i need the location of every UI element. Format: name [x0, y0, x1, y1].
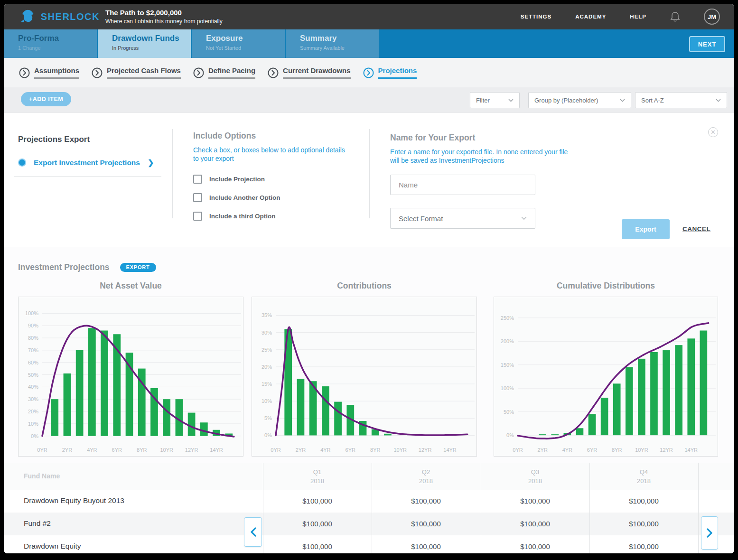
chart-canvas: 0%50%100%150%200%250%0YR2YR4YR6YR8YR10YR… [494, 297, 717, 456]
value-cell: $100,000 [589, 497, 698, 505]
filter-dropdown[interactable]: Filter [470, 92, 520, 108]
fund-name-cell: Fund #2 [24, 519, 51, 528]
value-cell: $100,000 [372, 520, 480, 528]
radio-selected-icon[interactable] [18, 159, 26, 167]
nav-settings[interactable]: SETTINGS [521, 14, 552, 19]
tab-bar-tabs: Pro-Forma1 ChangeDrawdown FundsIn Progre… [4, 29, 379, 58]
svg-text:20%: 20% [28, 409, 38, 414]
divider [698, 463, 699, 553]
cancel-link[interactable]: CANCEL [682, 225, 710, 233]
toolbar: +ADD ITEM Filter Group by (Placeholder) … [4, 87, 734, 113]
breadcrumb: AssumptionsProjected Cash FlowsDefine Pa… [4, 58, 734, 87]
table-scroll-right-button[interactable] [701, 516, 718, 550]
column-header-q2-2018: Q22018 [372, 467, 480, 485]
brand[interactable]: SHERLOCK [19, 8, 100, 26]
group-by-dropdown[interactable]: Group by (Placeholder) [528, 92, 631, 108]
step-projections[interactable]: Projections [363, 66, 417, 79]
chevron-circle-icon [193, 67, 204, 78]
tab-status: 1 Change [18, 45, 97, 51]
tab-exposure[interactable]: ExposureNot Yet Started [192, 29, 285, 58]
chart-title-cumulative-distributions: Cumulative Distributions [494, 281, 718, 291]
value-cell: $100,000 [589, 542, 698, 551]
svg-text:12YR: 12YR [185, 447, 198, 453]
checkbox-include-another-option[interactable]: Include Another Option [193, 192, 350, 203]
chevron-down-icon [508, 99, 514, 102]
chart-canvas: 0%5%10%15%20%25%30%35%0YR2YR4YR6YR8YR10Y… [252, 297, 476, 456]
svg-text:0%: 0% [264, 432, 272, 438]
avatar[interactable]: JM [704, 9, 720, 25]
svg-text:60%: 60% [28, 360, 38, 365]
step-assumptions[interactable]: Assumptions [19, 66, 79, 79]
sort-dropdown[interactable]: Sort A-Z [635, 92, 727, 108]
chevron-down-icon [716, 99, 721, 102]
svg-text:80%: 80% [28, 335, 38, 341]
value-cell: $100,000 [481, 497, 589, 505]
tab-summary[interactable]: SummarySummary Available [286, 29, 379, 58]
svg-text:6YR: 6YR [346, 447, 355, 453]
svg-text:50%: 50% [28, 372, 38, 378]
checkbox-include-a-third-option[interactable]: Include a third Option [193, 210, 350, 222]
svg-text:10YR: 10YR [393, 447, 407, 453]
net-asset-value-chart: 0%10%20%30%40%50%60%70%80%90%100%0YR2YR4… [18, 297, 243, 457]
checkbox-unchecked-icon[interactable] [193, 193, 202, 202]
include-options-checkboxes: Include ProjectionInclude Another Option… [193, 173, 350, 222]
step-label: Projections [378, 66, 417, 79]
chevron-circle-icon [92, 67, 103, 78]
chart-title-contributions: Contributions [252, 281, 477, 291]
export-name-input[interactable] [390, 175, 535, 195]
fund-name-cell: Drawdown Equity [24, 542, 81, 551]
checkbox-label: Include Projection [209, 176, 265, 183]
value-cell: $100,000 [372, 497, 480, 505]
add-item-button[interactable]: +ADD ITEM [21, 92, 71, 106]
nav-academy[interactable]: ACADEMY [575, 14, 606, 19]
divider [369, 129, 370, 218]
svg-text:70%: 70% [28, 347, 38, 353]
chart-title-nav: Net Asset Value [18, 281, 243, 291]
page-title: The Path to $2,000,000 [105, 9, 223, 17]
notification-bell-icon[interactable] [670, 11, 680, 22]
fund-name-cell: Drawdown Equity Buyout 2013 [24, 496, 124, 505]
brand-name: SHERLOCK [41, 11, 100, 22]
svg-text:14YR: 14YR [443, 447, 457, 453]
column-header-q3-2018: Q32018 [481, 467, 589, 485]
export-investment-projections-option[interactable]: Export Investment Projections ❯ [18, 158, 154, 167]
top-header: SHERLOCK The Path to $2,000,000 Where ca… [4, 4, 734, 29]
format-dropdown[interactable]: Select Format [390, 208, 535, 229]
checkbox-include-projection[interactable]: Include Projection [193, 173, 350, 185]
value-cell: $100,000 [481, 520, 589, 528]
svg-text:4YR: 4YR [87, 447, 97, 453]
tab-status: Summary Available [300, 45, 379, 51]
year-label: 2018 [372, 476, 480, 485]
svg-text:10%: 10% [28, 421, 38, 427]
quarter-label: Q2 [372, 467, 480, 476]
svg-text:4YR: 4YR [562, 447, 572, 453]
close-icon[interactable]: ✕ [708, 127, 718, 137]
checkbox-unchecked-icon[interactable] [193, 212, 202, 221]
svg-text:90%: 90% [28, 323, 38, 328]
step-label: Assumptions [34, 66, 79, 79]
nav-help[interactable]: HELP [630, 14, 646, 19]
svg-text:12YR: 12YR [419, 447, 432, 453]
export-button[interactable]: Export [622, 219, 670, 239]
checkbox-label: Include a third Option [209, 213, 276, 220]
checkbox-unchecked-icon[interactable] [193, 175, 202, 184]
table-scroll-left-button[interactable] [244, 517, 262, 547]
svg-text:14YR: 14YR [684, 447, 698, 453]
next-button[interactable]: NEXT [689, 36, 725, 52]
tab-drawdown-funds[interactable]: Drawdown FundsIn Progress [98, 29, 191, 58]
divider [589, 463, 590, 553]
include-options-hint: Check a box, or boxes below to add optio… [193, 146, 347, 163]
tab-bar: Pro-Forma1 ChangeDrawdown FundsIn Progre… [4, 29, 734, 58]
step-projected-cash-flows[interactable]: Projected Cash Flows [92, 66, 181, 79]
svg-text:2YR: 2YR [62, 447, 72, 453]
app-window: SHERLOCK The Path to $2,000,000 Where ca… [4, 4, 734, 553]
export-badge-button[interactable]: EXPORT [120, 263, 156, 272]
step-label: Current Drawdowns [283, 66, 351, 79]
export-name-title: Name for Your Export [390, 133, 542, 143]
step-current-drawdowns[interactable]: Current Drawdowns [268, 66, 351, 79]
tab-pro-forma[interactable]: Pro-Forma1 Change [4, 29, 97, 58]
step-define-pacing[interactable]: Define Pacing [193, 66, 255, 79]
table-header-row: Fund Name Q12018Q22018Q32018Q42018 [4, 463, 734, 490]
export-name-hint: Enter a name for your exported file. In … [390, 148, 575, 165]
table-row-fund-2: Fund #2$100,000$100,000$100,000$100,000 [4, 513, 734, 535]
